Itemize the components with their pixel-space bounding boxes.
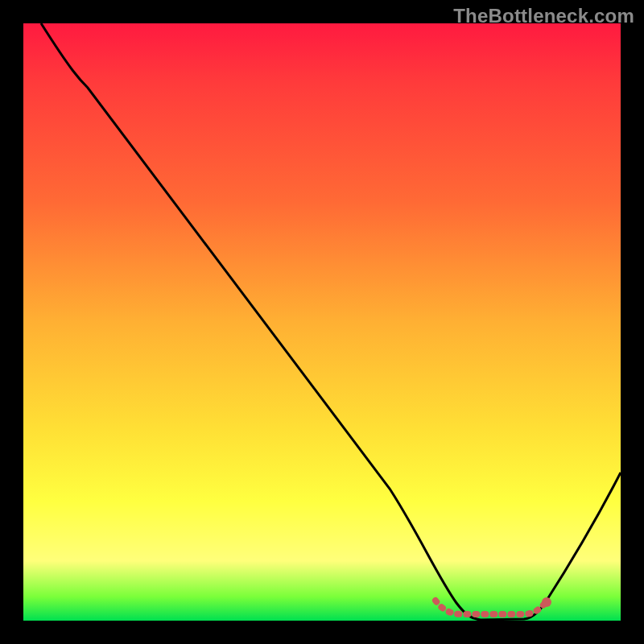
end-marker bbox=[542, 597, 551, 607]
bottleneck-curve bbox=[41, 23, 621, 620]
watermark: TheBottleneck.com bbox=[453, 5, 634, 27]
chart-frame: TheBottleneck.com bbox=[0, 0, 644, 644]
chart-overlay bbox=[23, 23, 621, 621]
optimal-range-marker bbox=[436, 601, 545, 614]
plot-area bbox=[23, 23, 621, 621]
